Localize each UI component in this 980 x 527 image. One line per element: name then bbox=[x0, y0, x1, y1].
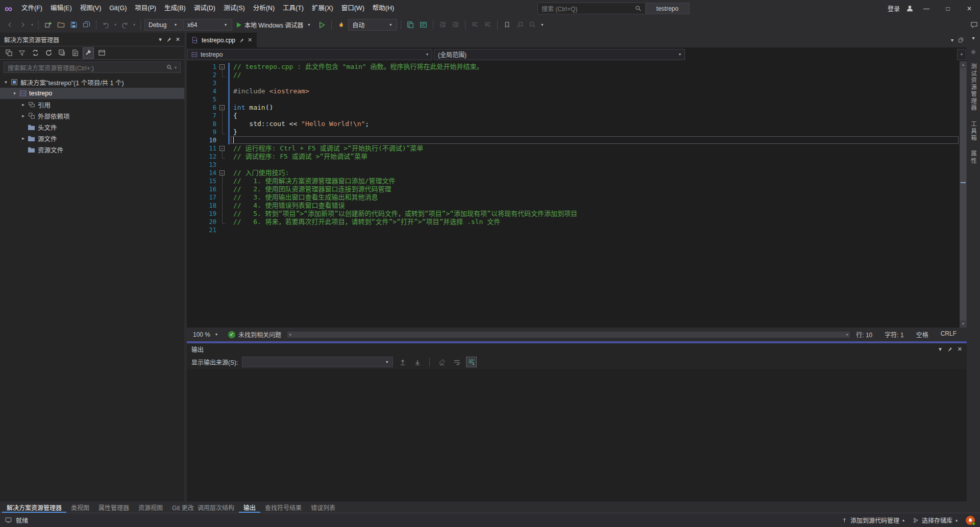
search-context[interactable]: testrepo bbox=[646, 3, 690, 14]
collapse-icon[interactable]: - bbox=[219, 170, 225, 175]
tool-window-tab[interactable]: 查找符号结果 bbox=[260, 501, 306, 513]
tool-window-tab[interactable]: 类视图 bbox=[66, 501, 94, 513]
previous-message-icon[interactable] bbox=[397, 357, 408, 367]
refresh-icon[interactable] bbox=[43, 47, 54, 59]
member-scope-combo[interactable]: (全局范围) ▾ bbox=[434, 49, 685, 60]
code-line[interactable]: 11-// 运行程序: Ctrl + F5 或调试 >“开始执行(不调试)”菜单 bbox=[187, 144, 960, 153]
hot-reload-icon[interactable] bbox=[335, 19, 347, 31]
code-line[interactable]: 9} bbox=[187, 128, 960, 136]
menu-item[interactable]: 分析(N) bbox=[249, 0, 279, 17]
menu-item[interactable]: 窗口(W) bbox=[337, 0, 369, 17]
zoom-combo[interactable]: 100 %▾ bbox=[190, 331, 222, 338]
tool-window-tab[interactable]: 属性管理器 bbox=[94, 501, 134, 513]
redo-dropdown[interactable]: ▾ bbox=[132, 22, 137, 27]
clear-all-icon[interactable] bbox=[436, 357, 447, 367]
previous-bookmark-icon[interactable] bbox=[514, 19, 526, 31]
pin-icon[interactable] bbox=[947, 346, 952, 352]
split-window-button[interactable]: + bbox=[957, 49, 966, 60]
close-tab-icon[interactable]: ✕ bbox=[248, 37, 252, 43]
close-icon[interactable]: ✕ bbox=[958, 346, 962, 353]
code-line[interactable]: 10 bbox=[187, 136, 960, 144]
tree-row[interactable]: 资源文件 bbox=[0, 144, 184, 155]
code-line[interactable]: 3 bbox=[187, 79, 960, 87]
new-project-icon[interactable] bbox=[42, 19, 54, 31]
menu-item[interactable]: 编辑(E) bbox=[46, 0, 76, 17]
menu-item[interactable]: 帮助(H) bbox=[369, 0, 398, 17]
fold-toggle[interactable]: - bbox=[216, 104, 230, 112]
tree-row[interactable]: ▾解决方案"testrepo"(1 个项目/共 1 个) bbox=[0, 77, 184, 88]
filter-icon[interactable] bbox=[16, 47, 28, 59]
code-line[interactable]: 19// 5. 转到“项目”>“添加新项”以创建新的代码文件，或转到“项目”>“… bbox=[187, 210, 960, 218]
code-line[interactable]: 6-int main() bbox=[187, 104, 960, 112]
open-file-icon[interactable] bbox=[55, 19, 67, 31]
code-line[interactable]: 4#include <iostream> bbox=[187, 87, 960, 95]
tool-window-tab[interactable]: 输出 bbox=[239, 501, 260, 513]
active-files-dropdown-icon[interactable]: ▾ bbox=[951, 37, 953, 43]
window-position-icon[interactable]: ▾ bbox=[939, 346, 942, 353]
navigate-back-icon[interactable] bbox=[4, 19, 16, 31]
undo-icon[interactable] bbox=[100, 19, 112, 31]
code-line[interactable]: 12// 调试程序: F5 或调试 >“开始调试”菜单 bbox=[187, 153, 960, 161]
tool-window-tab[interactable]: 错误列表 bbox=[306, 501, 340, 513]
properties-icon[interactable] bbox=[83, 47, 94, 59]
auto-hide-tab[interactable]: 属性 bbox=[969, 150, 977, 164]
expander-icon[interactable]: ▸ bbox=[19, 113, 27, 118]
navigation-history-dropdown[interactable]: ▾ bbox=[30, 22, 35, 27]
autoscroll-toggle-icon[interactable] bbox=[466, 357, 477, 367]
code-line[interactable]: 5 bbox=[187, 95, 960, 104]
next-bookmark-icon[interactable] bbox=[527, 19, 538, 31]
collapse-icon[interactable]: - bbox=[219, 146, 225, 151]
code-line[interactable]: 14-// 入门使用技巧: bbox=[187, 169, 960, 177]
menu-item[interactable]: 调试(D) bbox=[190, 0, 219, 17]
fold-toggle[interactable]: - bbox=[216, 169, 230, 177]
save-all-icon[interactable] bbox=[81, 19, 92, 31]
code-line[interactable]: 21 bbox=[187, 226, 960, 234]
code-line[interactable]: 17// 3. 使用输出窗口查看生成输出和其他消息 bbox=[187, 193, 960, 202]
solution-configuration-combo[interactable]: Debug▾ bbox=[144, 19, 182, 31]
eol-indicator[interactable]: CRLF bbox=[941, 330, 957, 339]
send-feedback-icon[interactable] bbox=[968, 19, 980, 31]
menu-item[interactable]: 文件(F) bbox=[17, 0, 46, 17]
sync-with-active-document-icon[interactable] bbox=[30, 47, 41, 59]
char-indicator[interactable]: 字符: 1 bbox=[885, 330, 903, 339]
tool-window-tab[interactable]: 解决方案资源管理器 bbox=[2, 501, 66, 513]
sign-in-button[interactable]: 登录 bbox=[888, 4, 900, 13]
word-wrap-icon[interactable] bbox=[451, 357, 462, 367]
tree-row[interactable]: ▾testrepo bbox=[0, 88, 184, 99]
window-position-icon[interactable]: ▾ bbox=[159, 36, 162, 43]
indent-decrease-icon[interactable] bbox=[437, 19, 449, 31]
preview-selected-items-icon[interactable] bbox=[96, 47, 107, 59]
find-in-files-icon[interactable] bbox=[405, 19, 416, 31]
tree-row[interactable]: ▸引用 bbox=[0, 99, 184, 110]
code-line[interactable]: 2// bbox=[187, 71, 960, 79]
maximize-button[interactable]: □ bbox=[937, 0, 959, 17]
menu-item[interactable]: 生成(B) bbox=[160, 0, 190, 17]
code-line[interactable]: 20// 6. 将来，若要再次打开此项目，请转到“文件”>“打开”>“项目”并选… bbox=[187, 218, 960, 226]
document-tab[interactable]: testrepo.cpp ✕ bbox=[187, 33, 257, 47]
spaces-indicator[interactable]: 空格 bbox=[916, 330, 928, 339]
scrollbar-thumb[interactable] bbox=[960, 68, 966, 320]
comment-selection-icon[interactable] bbox=[469, 19, 481, 31]
minimize-button[interactable]: — bbox=[916, 0, 937, 17]
scroll-left-icon[interactable]: ◂ bbox=[289, 332, 291, 337]
background-tasks-icon[interactable] bbox=[5, 517, 12, 523]
code-line[interactable]: 15// 1. 使用解决方案资源管理器窗口添加/管理文件 bbox=[187, 177, 960, 185]
tree-row[interactable]: ▸源文件 bbox=[0, 133, 184, 144]
float-window-icon[interactable] bbox=[958, 37, 964, 43]
switch-views-icon[interactable] bbox=[3, 47, 14, 59]
tree-row[interactable]: ▸外部依赖项 bbox=[0, 110, 184, 121]
bookmark-dropdown[interactable]: ▾ bbox=[540, 22, 545, 27]
menu-item[interactable]: 扩展(X) bbox=[308, 0, 337, 17]
output-content[interactable] bbox=[187, 369, 967, 501]
scroll-right-icon[interactable]: ▸ bbox=[846, 332, 848, 337]
solution-explorer-search-input[interactable]: 搜索解决方案资源管理器(Ctrl+;) ▾ bbox=[4, 62, 181, 73]
menu-item[interactable]: 工具(T) bbox=[279, 0, 308, 17]
user-account-icon[interactable] bbox=[904, 3, 916, 14]
start-without-debugging-icon[interactable] bbox=[316, 19, 328, 31]
tree-row[interactable]: 头文件 bbox=[0, 121, 184, 133]
code-line[interactable]: 16// 2. 使用团队资源管理器窗口连接到源代码管理 bbox=[187, 185, 960, 193]
line-indicator[interactable]: 行: 10 bbox=[856, 330, 872, 339]
scroll-down-icon[interactable]: ▾ bbox=[960, 320, 967, 328]
code-line[interactable]: 1-// testrepo.cpp : 此文件包含 "main" 函数。程序执行… bbox=[187, 63, 960, 71]
project-scope-combo[interactable]: testrepo ▾ bbox=[187, 49, 432, 60]
